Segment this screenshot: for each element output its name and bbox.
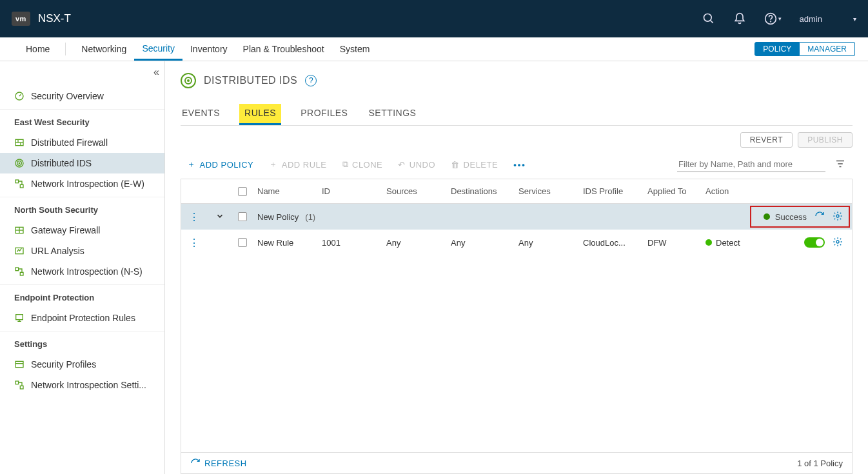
undo-label: UNDO bbox=[409, 160, 435, 170]
rule-id: 1001 bbox=[317, 238, 381, 248]
tab-profiles[interactable]: PROFILES bbox=[299, 104, 349, 125]
filter-icon[interactable] bbox=[834, 158, 846, 172]
profiles-icon bbox=[14, 359, 25, 370]
col-sources: Sources bbox=[381, 186, 446, 196]
sidebar-item-gw-firewall[interactable]: Gateway Firewall bbox=[0, 220, 164, 241]
firewall-icon bbox=[14, 137, 25, 148]
network-icon bbox=[14, 266, 25, 277]
gateway-icon bbox=[14, 225, 25, 235]
tab-settings[interactable]: SETTINGS bbox=[367, 104, 417, 125]
sidebar-collapse-icon[interactable]: « bbox=[153, 66, 159, 78]
more-button[interactable]: ••• bbox=[513, 160, 526, 170]
sidebar-group-ep: Endpoint Protection bbox=[0, 288, 164, 308]
sidebar-item-dids[interactable]: Distributed IDS bbox=[0, 153, 164, 173]
top-header: vm NSX-T ▾ admin ▾ bbox=[0, 0, 868, 37]
delete-button: 🗑 DELETE bbox=[451, 160, 498, 170]
refresh-icon[interactable] bbox=[814, 211, 825, 223]
help-icon[interactable]: ? bbox=[305, 75, 317, 86]
tab-rules[interactable]: RULES bbox=[239, 104, 281, 125]
sidebar-item-ni-ew[interactable]: Network Introspection (E-W) bbox=[0, 173, 164, 194]
sidebar-item-label: Distributed IDS bbox=[31, 158, 92, 168]
select-all-checkbox[interactable] bbox=[238, 187, 247, 196]
page-title: DISTRIBUTED IDS bbox=[204, 75, 297, 86]
help-icon[interactable]: ▾ bbox=[764, 12, 782, 25]
mode-toggle: POLICY MANAGER bbox=[755, 37, 855, 61]
mode-manager[interactable]: MANAGER bbox=[800, 42, 855, 56]
clone-icon: ⧉ bbox=[342, 159, 349, 170]
main-content: DISTRIBUTED IDS ? EVENTS RULES PROFILES … bbox=[165, 61, 868, 474]
col-destinations: Destinations bbox=[446, 186, 513, 196]
rule-toggle[interactable] bbox=[804, 237, 825, 248]
rule-checkbox[interactable] bbox=[238, 238, 247, 247]
svg-point-31 bbox=[836, 241, 839, 243]
nav-plan-troubleshoot[interactable]: Plan & Troubleshoot bbox=[235, 37, 332, 61]
undo-icon: ↶ bbox=[398, 160, 406, 170]
policy-checkbox[interactable] bbox=[238, 212, 247, 221]
svg-rect-23 bbox=[15, 361, 23, 367]
rule-destinations: Any bbox=[446, 238, 513, 248]
username: admin bbox=[800, 14, 822, 24]
drag-handle-icon[interactable]: ⋮ bbox=[189, 237, 199, 249]
refresh-button[interactable]: REFRESH bbox=[190, 458, 247, 468]
status-text: Success bbox=[775, 212, 807, 222]
network-icon bbox=[14, 380, 25, 390]
sidebar: « Security Overview East West Security D… bbox=[0, 61, 165, 474]
svg-rect-25 bbox=[15, 381, 19, 384]
nav-networking[interactable]: Networking bbox=[74, 37, 134, 61]
tab-events[interactable]: EVENTS bbox=[181, 104, 221, 125]
sidebar-item-url-analysis[interactable]: URL Analysis bbox=[0, 241, 164, 261]
col-applied-to: Applied To bbox=[642, 186, 700, 196]
nav-inventory[interactable]: Inventory bbox=[182, 37, 235, 61]
svg-point-30 bbox=[836, 215, 839, 217]
sidebar-item-ep-rules[interactable]: Endpoint Protection Rules bbox=[0, 308, 164, 328]
nav-system[interactable]: System bbox=[332, 37, 378, 61]
chevron-down-icon[interactable] bbox=[215, 212, 224, 222]
svg-rect-20 bbox=[16, 315, 23, 320]
svg-rect-26 bbox=[20, 386, 23, 389]
rule-row[interactable]: ⋮ New Rule 1001 Any Any Any CloudLoc... … bbox=[181, 230, 852, 255]
sidebar-item-label: Network Introspection Setti... bbox=[31, 380, 146, 390]
revert-button[interactable]: REVERT bbox=[740, 132, 793, 148]
rule-action: Detect bbox=[716, 238, 740, 248]
col-id: ID bbox=[317, 186, 381, 196]
policy-row[interactable]: ⋮ New Policy (1) Success bbox=[181, 204, 852, 230]
mode-policy[interactable]: POLICY bbox=[755, 42, 800, 56]
filter-input[interactable] bbox=[677, 157, 825, 172]
svg-rect-12 bbox=[15, 180, 19, 183]
sidebar-item-label: Network Introspection (N-S) bbox=[31, 266, 143, 277]
network-icon bbox=[14, 179, 25, 189]
bell-icon[interactable] bbox=[733, 12, 746, 25]
rule-services: Any bbox=[513, 238, 578, 248]
add-policy-label: ADD POLICY bbox=[200, 160, 254, 170]
sidebar-item-ni-ns[interactable]: Network Introspection (N-S) bbox=[0, 261, 164, 282]
sidebar-item-label: Distributed Firewall bbox=[31, 137, 108, 148]
search-icon[interactable] bbox=[702, 12, 715, 25]
sidebar-item-dfw[interactable]: Distributed Firewall bbox=[0, 132, 164, 153]
gear-icon[interactable] bbox=[833, 211, 843, 223]
product-name: NSX-T bbox=[38, 12, 71, 25]
nav-home[interactable]: Home bbox=[18, 37, 57, 61]
sidebar-item-overview[interactable]: Security Overview bbox=[0, 86, 164, 106]
sidebar-item-ni-settings[interactable]: Network Introspection Setti... bbox=[0, 375, 164, 395]
page-title-icon bbox=[181, 73, 196, 88]
gear-icon[interactable] bbox=[833, 237, 843, 249]
drag-handle-icon[interactable]: ⋮ bbox=[189, 211, 199, 223]
user-menu[interactable]: admin ▾ bbox=[800, 14, 856, 24]
add-policy-button[interactable]: ＋ ADD POLICY bbox=[187, 159, 253, 170]
action-dot-icon bbox=[705, 239, 712, 246]
add-rule-label: ADD RULE bbox=[282, 160, 327, 170]
col-name: Name bbox=[252, 186, 317, 196]
sidebar-item-sec-profiles[interactable]: Security Profiles bbox=[0, 354, 164, 375]
sub-tabs: EVENTS RULES PROFILES SETTINGS bbox=[181, 104, 853, 126]
nav-security[interactable]: Security bbox=[134, 37, 182, 61]
sidebar-item-label: Security Overview bbox=[31, 91, 104, 101]
publish-button: PUBLISH bbox=[798, 132, 853, 148]
clone-label: CLONE bbox=[352, 160, 382, 170]
undo-button: ↶ UNDO bbox=[398, 160, 435, 170]
caret-down-icon: ▾ bbox=[853, 15, 856, 23]
svg-rect-19 bbox=[20, 272, 23, 275]
sidebar-group-settings: Settings bbox=[0, 334, 164, 354]
svg-point-3 bbox=[770, 21, 771, 22]
clone-button: ⧉ CLONE bbox=[342, 159, 383, 170]
sidebar-item-label: URL Analysis bbox=[31, 246, 84, 256]
